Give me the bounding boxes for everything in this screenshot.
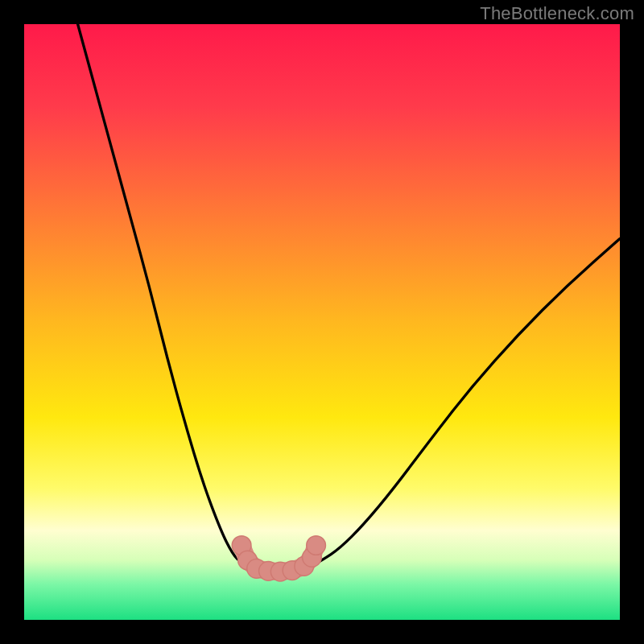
outer-frame: TheBottleneck.com — [0, 0, 644, 644]
plot-area — [24, 24, 620, 620]
chart-svg — [24, 24, 620, 620]
marker-dot — [307, 536, 326, 555]
marker-dots — [232, 536, 325, 581]
left-branch-curve — [78, 24, 251, 566]
watermark-text: TheBottleneck.com — [480, 3, 634, 24]
right-branch-curve — [310, 238, 620, 566]
